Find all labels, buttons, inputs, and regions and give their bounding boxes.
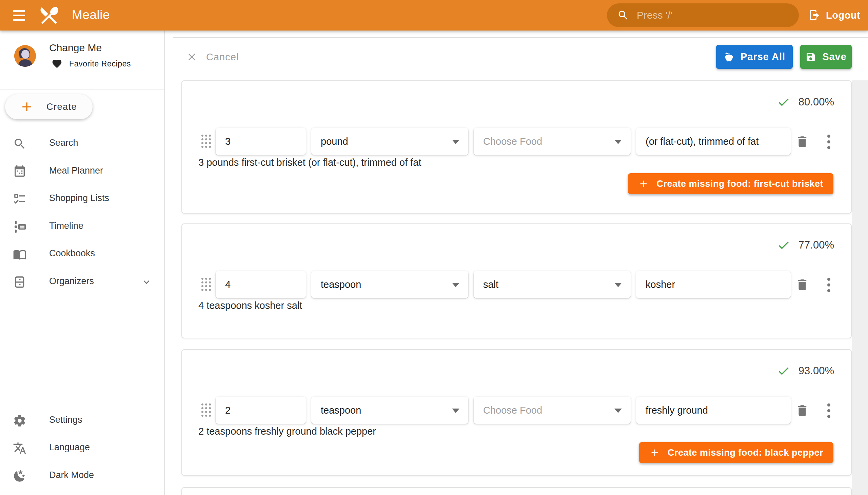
- food-select[interactable]: Choose Food: [474, 128, 631, 155]
- book-open-icon: [13, 248, 27, 261]
- sidebar-item-label: Meal Planner: [49, 166, 103, 176]
- confidence-indicator: 80.00%: [777, 95, 834, 109]
- kebab-icon: [827, 404, 830, 418]
- drag-handle-icon[interactable]: [201, 404, 211, 417]
- note-input[interactable]: freshly ground: [636, 397, 791, 424]
- sidebar-item-label: Dark Mode: [49, 470, 94, 480]
- quantity-input[interactable]: 3: [216, 128, 306, 155]
- parse-all-button[interactable]: Parse All: [716, 45, 793, 69]
- food-select[interactable]: Choose Food: [474, 397, 631, 424]
- delete-button[interactable]: [793, 133, 811, 151]
- search-input[interactable]: Press '/': [607, 3, 799, 27]
- unit-select[interactable]: pound: [311, 128, 468, 155]
- hamburger-menu-icon[interactable]: [12, 8, 26, 22]
- create-missing-food-button[interactable]: Create missing food: first-cut brisket: [628, 173, 833, 194]
- unit-select[interactable]: teaspoon: [311, 397, 468, 424]
- more-options-button[interactable]: [819, 402, 838, 420]
- plus-icon: [638, 178, 649, 189]
- unit-value: teaspoon: [321, 279, 361, 290]
- select-arrow-icon: [452, 140, 459, 144]
- ingredient-card-partial: [182, 487, 852, 495]
- ingredient-card: 93.00% 2 teaspoon Choose Food freshly gr…: [182, 349, 852, 476]
- timeline-icon: [13, 220, 27, 234]
- content-top-divider: [173, 37, 868, 38]
- sidebar-item-cookbooks[interactable]: Cookbooks: [0, 243, 164, 266]
- original-ingredient-text: 2 teaspoons freshly ground black pepper: [198, 426, 376, 437]
- ingredient-card: 80.00% 3 pound Choose Food (or flat-cut)…: [182, 80, 852, 214]
- trash-icon: [795, 135, 809, 149]
- cancel-button[interactable]: Cancel: [186, 48, 239, 66]
- food-placeholder: Choose Food: [483, 405, 542, 416]
- note-value: (or flat-cut), trimmed of fat: [646, 136, 759, 147]
- sidebar-item-label: Settings: [49, 415, 82, 425]
- quantity-value: 3: [225, 136, 231, 147]
- gear-icon: [13, 414, 27, 428]
- sidebar-item-label: Shopping Lists: [49, 193, 109, 203]
- note-input[interactable]: (or flat-cut), trimmed of fat: [636, 128, 791, 155]
- more-options-button[interactable]: [819, 276, 838, 294]
- ingredient-fields-row: 4 teaspoon salt kosher: [182, 271, 851, 298]
- more-options-button[interactable]: [819, 133, 838, 151]
- app-title: Mealie: [72, 8, 110, 22]
- scrollbar-track[interactable]: [852, 80, 868, 495]
- create-button[interactable]: Create: [5, 94, 92, 119]
- confidence-value: 77.00%: [799, 239, 834, 251]
- drag-handle-icon[interactable]: [201, 135, 211, 148]
- sidebar-item-label: Search: [49, 138, 78, 148]
- check-icon: [777, 238, 790, 252]
- sidebar-item-search[interactable]: Search: [0, 133, 164, 155]
- avatar[interactable]: [14, 45, 36, 67]
- create-missing-food-label: Create missing food: first-cut brisket: [657, 179, 823, 189]
- note-input[interactable]: kosher: [636, 271, 791, 298]
- note-value: freshly ground: [646, 405, 708, 416]
- logout-button[interactable]: Logout: [808, 6, 860, 24]
- delete-button[interactable]: [793, 276, 811, 294]
- original-ingredient-text: 4 teaspoons kosher salt: [198, 300, 302, 311]
- create-label: Create: [47, 102, 77, 112]
- unit-select[interactable]: teaspoon: [311, 271, 468, 298]
- sidebar-item-organizers[interactable]: Organizers: [0, 271, 164, 293]
- app-bar: Mealie Press '/' Logout: [0, 0, 868, 31]
- food-select[interactable]: salt: [474, 271, 631, 298]
- mealie-logo-silverware-icon[interactable]: [38, 4, 61, 27]
- create-missing-food-label: Create missing food: black pepper: [668, 447, 823, 458]
- checklist-icon: [13, 192, 27, 206]
- quantity-input[interactable]: 2: [216, 397, 306, 424]
- sidebar-item-meal-planner[interactable]: Meal Planner: [0, 160, 164, 183]
- favorite-recipes-link[interactable]: Favorite Recipes: [52, 57, 131, 70]
- sidebar: Change Me Favorite Recipes Create Search…: [0, 31, 165, 495]
- drag-handle-icon[interactable]: [201, 278, 211, 291]
- confidence-indicator: 77.00%: [777, 238, 834, 252]
- search-placeholder: Press '/': [637, 10, 673, 21]
- food-value: salt: [483, 279, 498, 290]
- chevron-down-icon: [140, 276, 153, 288]
- plus-icon: [19, 99, 34, 114]
- delete-button[interactable]: [793, 402, 811, 420]
- sidebar-item-language[interactable]: Language: [0, 437, 164, 459]
- unit-value: teaspoon: [321, 405, 361, 416]
- select-arrow-icon: [614, 140, 622, 144]
- sidebar-item-dark-mode[interactable]: Dark Mode: [0, 465, 164, 487]
- food-placeholder: Choose Food: [483, 136, 542, 147]
- sidebar-item-settings[interactable]: Settings: [0, 410, 164, 432]
- sidebar-item-shopping-lists[interactable]: Shopping Lists: [0, 188, 164, 210]
- quantity-value: 2: [225, 405, 231, 416]
- sidebar-item-label: Language: [49, 442, 90, 453]
- sidebar-item-timeline[interactable]: Timeline: [0, 216, 164, 238]
- cabinet-icon: [13, 275, 27, 289]
- trash-icon: [795, 278, 809, 292]
- save-button[interactable]: Save: [800, 45, 852, 69]
- ingredient-card: 77.00% 4 teaspoon salt kosher 4 teaspoon…: [182, 223, 852, 338]
- confidence-indicator: 93.00%: [777, 364, 834, 378]
- translate-icon: [13, 441, 27, 455]
- moon-icon: [13, 469, 27, 483]
- search-icon: [617, 9, 629, 21]
- sidebar-item-label: Organizers: [49, 276, 94, 287]
- ingredient-fields-row: 2 teaspoon Choose Food freshly ground: [182, 397, 851, 424]
- logout-label: Logout: [826, 10, 860, 21]
- create-missing-food-button[interactable]: Create missing food: black pepper: [639, 442, 833, 463]
- original-ingredient-text: 3 pounds first-cut brisket (or flat-cut)…: [198, 157, 422, 168]
- select-arrow-icon: [614, 283, 622, 287]
- quantity-input[interactable]: 4: [216, 271, 306, 298]
- select-arrow-icon: [614, 409, 622, 413]
